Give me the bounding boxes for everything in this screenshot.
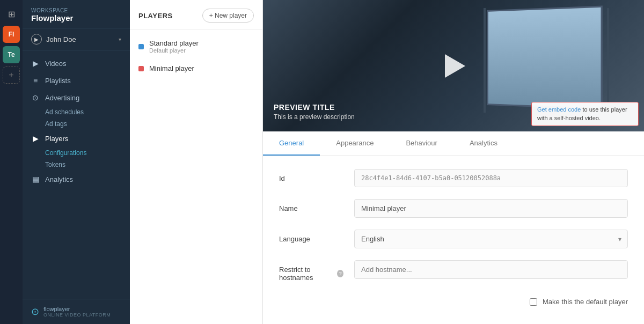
sidebar-label-advertising: Advertising (45, 94, 79, 102)
sidebar-footer: ⊙ flowplayer ONLINE VIDEO PLATFORM (23, 299, 130, 324)
embed-code-link[interactable]: Get embed code (537, 106, 581, 113)
default-player-label: Make this the default player (543, 298, 628, 306)
preview-description: This is a preview description (274, 113, 355, 121)
player-dot-standard (138, 44, 144, 49)
scaffold-post (607, 8, 609, 113)
players-panel: PLAYERS + New player Standard player Def… (130, 0, 263, 324)
language-label: Language (279, 230, 343, 243)
hostname-label-wrap: Restrict to hostnames ? (279, 266, 343, 282)
user-menu[interactable]: ▶ John Doe ▾ (23, 28, 130, 50)
workspace-name: Flowplayer (31, 13, 121, 23)
hostname-field-wrap (354, 260, 628, 279)
player-name-standard: Standard player (149, 39, 199, 47)
scaffold-post2 (484, 8, 486, 113)
player-info-minimal: Minimal player (149, 64, 194, 72)
language-select-wrap: English French German Spanish Portuguese… (354, 230, 628, 248)
form-row-default: Make this the default player (279, 293, 628, 310)
player-name-minimal: Minimal player (149, 64, 194, 72)
tab-analytics[interactable]: Analytics (453, 131, 514, 156)
sidebar-label-players: Players (45, 135, 68, 143)
sidebar-item-analytics[interactable]: ▤ Analytics (23, 171, 130, 188)
sidebar-item-ad-tags[interactable]: Ad tags (23, 118, 130, 130)
help-icon[interactable]: ? (337, 270, 343, 277)
chevron-down-icon: ▾ (119, 36, 121, 42)
workspace-header: WORKSPACE Flowplayer (23, 0, 130, 28)
sidebar-item-advertising[interactable]: ⊙ Advertising (23, 89, 130, 106)
id-input[interactable] (354, 169, 628, 187)
analytics-icon: ▤ (31, 175, 40, 183)
tab-general[interactable]: General (263, 131, 320, 156)
user-name: John Doe (46, 35, 114, 43)
sidebar: WORKSPACE Flowplayer ▶ John Doe ▾ ▶ Vide… (23, 0, 130, 324)
sidebar-item-videos[interactable]: ▶ Videos (23, 55, 130, 72)
sidebar-item-ad-schedules[interactable]: Ad schedules (23, 106, 130, 118)
logo-tagline: ONLINE VIDEO PLATFORM (43, 312, 111, 318)
default-player-checkbox[interactable] (530, 298, 537, 306)
content-panel: PREVIEW TITLE This is a preview descript… (263, 0, 644, 324)
hostname-label: Restrict to hostnames ? (279, 260, 343, 282)
play-icon: ▶ (31, 59, 40, 68)
video-preview: PREVIEW TITLE This is a preview descript… (263, 0, 644, 131)
embed-code-hint: Get embed code to use this player with a… (531, 102, 639, 126)
form-row-name: Name (279, 199, 628, 218)
tab-behaviour[interactable]: Behaviour (390, 131, 453, 156)
players-header: PLAYERS + New player (130, 0, 262, 30)
play-triangle-icon (445, 54, 465, 78)
form-area: Id Name Language English French (263, 156, 644, 324)
fl-workspace-icon[interactable]: Fl (3, 26, 20, 43)
player-sub-standard: Default player (149, 47, 199, 54)
player-dot-minimal (138, 66, 144, 71)
id-label: Id (279, 169, 343, 182)
main-content: PLAYERS + New player Standard player Def… (130, 0, 644, 324)
player-info-standard: Standard player Default player (149, 39, 199, 54)
hostname-input[interactable] (354, 260, 628, 279)
te-workspace-icon[interactable]: Te (3, 46, 20, 63)
preview-title: PREVIEW TITLE (274, 103, 355, 112)
name-input[interactable] (354, 199, 628, 218)
play-button-overlay[interactable] (437, 50, 470, 82)
grid-icon[interactable]: ⊞ (3, 5, 20, 23)
form-row-id: Id (279, 169, 628, 187)
sidebar-item-tokens[interactable]: Tokens (23, 159, 130, 171)
players-list: Standard player Default player Minimal p… (130, 30, 262, 82)
player-item-minimal[interactable]: Minimal player (130, 59, 262, 78)
players-title: PLAYERS (138, 12, 173, 20)
tabs-bar: General Appearance Behaviour Analytics (263, 131, 644, 156)
circle-icon: ⊙ (31, 93, 40, 102)
language-field-wrap: English French German Spanish Portuguese… (354, 230, 628, 248)
new-player-button[interactable]: + New player (202, 9, 254, 23)
icon-rail: ⊞ Fl Te + (0, 0, 23, 324)
tab-appearance[interactable]: Appearance (320, 131, 390, 156)
player-icon: ▶ (31, 134, 40, 143)
add-workspace-icon[interactable]: + (3, 67, 20, 84)
sidebar-label-videos: Videos (45, 60, 67, 68)
sidebar-item-playlists[interactable]: ≡ Playlists (23, 72, 130, 89)
billboard-surface (488, 8, 601, 108)
sidebar-item-players[interactable]: ▶ Players (23, 130, 130, 147)
name-label: Name (279, 199, 343, 212)
language-select[interactable]: English French German Spanish Portuguese (354, 230, 628, 248)
sidebar-label-analytics: Analytics (45, 175, 73, 183)
flowplayer-logo-icon: ⊙ (31, 306, 39, 318)
player-item-standard[interactable]: Standard player Default player (130, 34, 262, 59)
logo-name: flowplayer (43, 306, 111, 312)
sidebar-item-configurations[interactable]: Configurations (23, 147, 130, 159)
sidebar-label-playlists: Playlists (45, 77, 71, 85)
workspace-label: WORKSPACE (31, 8, 121, 13)
sidebar-nav: ▶ Videos ≡ Playlists ⊙ Advertising Ad sc… (23, 50, 130, 299)
name-field-wrap (354, 199, 628, 218)
id-field-wrap (354, 169, 628, 187)
billboard-prop (487, 6, 603, 110)
form-row-hostname: Restrict to hostnames ? (279, 260, 628, 282)
list-icon: ≡ (31, 76, 40, 85)
form-row-language: Language English French German Spanish P… (279, 230, 628, 248)
user-avatar-icon: ▶ (31, 34, 42, 45)
video-overlay-text: PREVIEW TITLE This is a preview descript… (274, 103, 355, 121)
